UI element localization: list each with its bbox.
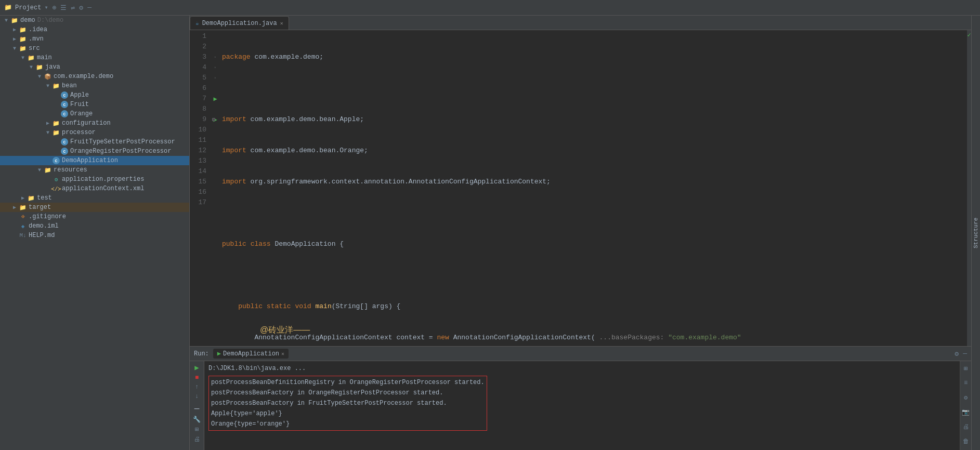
run-sidebar: ▶ ■ ↑ ↓ — 🔧 ⊞ 🖨: [190, 361, 204, 450]
tree-item-fruittype[interactable]: C FruitTypeSetterPostProcessor: [0, 137, 189, 147]
side-icon-3[interactable]: ⚙: [964, 392, 968, 403]
line-numbers: 1 2 3 4 5 6 7 8 9 10 11 12 13 14 15 16 1…: [190, 30, 211, 346]
folder-icon: 📁: [27, 54, 35, 62]
output-line-2: postProcessBeanFactory in OrangeRegister…: [211, 388, 485, 398]
code-editor[interactable]: package com.example.demo; import com.exa…: [220, 30, 967, 346]
side-icon-5[interactable]: 🖨: [963, 421, 969, 432]
play-button[interactable]: ▶: [194, 363, 199, 372]
tree-item-orange[interactable]: C Orange: [0, 109, 189, 118]
structure-label: Structure: [971, 16, 980, 450]
scroll-up-button[interactable]: ↑: [195, 383, 199, 391]
tree-item-src[interactable]: ▼ 📁 src: [0, 44, 189, 53]
editor-content[interactable]: 1 2 3 4 5 6 7 8 9 10 11 12 13 14 15 16 1…: [190, 30, 971, 346]
code-line-6: [220, 208, 967, 218]
sync-icon[interactable]: ⇌: [71, 4, 75, 12]
expand-arrow: ▼: [10, 46, 19, 51]
code-line-3: import com.example.demo.bean.Apple;: [220, 114, 967, 125]
run-label: Run:: [194, 350, 209, 358]
tab-close-button[interactable]: ✕: [280, 20, 283, 27]
editor-tab-demoapplication[interactable]: ☕ DemoApplication.java ✕: [190, 16, 289, 30]
expand-arrow: ▶: [10, 27, 19, 33]
class-icon: C: [60, 147, 69, 155]
tree-label: DemoApplication: [62, 157, 118, 164]
output-line-4: Apple{type='apple'}: [211, 408, 485, 419]
tree-label: HELP.md: [29, 232, 55, 239]
tree-label: com.example.demo: [54, 73, 113, 80]
run-tab-label: DemoApplication: [223, 350, 279, 358]
tree-item-processor[interactable]: ▼ 📁 processor: [0, 128, 189, 137]
fold-markers: ◦ ◦ ◦ ▶ ▶: [211, 30, 220, 346]
expand-arrow: ▼: [44, 130, 52, 136]
code-line-2: [220, 83, 967, 94]
tree-item-gitignore[interactable]: ⎆ .gitignore: [0, 212, 189, 221]
class-icon: C: [60, 138, 69, 146]
tree-label: src: [29, 45, 40, 52]
tree-item-test[interactable]: ▶ 📁 test: [0, 193, 189, 203]
tree-item-demoixml[interactable]: ◈ demo.iml: [0, 221, 189, 231]
code-line-9: public static void main(String[] args) {: [220, 301, 967, 312]
tree-label: demo: [20, 17, 35, 24]
side-icon-1[interactable]: ⊞: [964, 363, 968, 374]
tree-item-com[interactable]: ▼ 📦 com.example.demo: [0, 72, 189, 81]
tree-item-fruit[interactable]: C Fruit: [0, 100, 189, 109]
tree-item-target[interactable]: ▶ 📁 target: [0, 203, 189, 212]
class-icon: C: [60, 91, 69, 99]
tree-item-appprops[interactable]: ⚙ application.properties: [0, 175, 189, 184]
tree-item-idea[interactable]: ▶ 📁 .idea: [0, 25, 189, 34]
bottom-content: ▶ ■ ↑ ↓ — 🔧 ⊞ 🖨 D:\JDK1.8\bin\java.exe .…: [190, 361, 971, 450]
tree-item-bean[interactable]: ▼ 📁 bean: [0, 81, 189, 90]
tree-item-demo[interactable]: ▼ 📁 demo D:\demo: [0, 16, 189, 25]
tree-item-demoapplication[interactable]: C DemoApplication: [0, 156, 189, 165]
folder-icon: 📁: [44, 166, 52, 174]
print-icon[interactable]: 🖨: [194, 435, 200, 443]
filter-icon[interactable]: ⊞: [195, 426, 199, 433]
minimize-icon[interactable]: —: [963, 350, 967, 358]
layout-icon[interactable]: ⊕: [53, 4, 57, 12]
minimize-icon[interactable]: —: [87, 4, 92, 12]
tree-item-configuration[interactable]: ▶ 📁 configuration: [0, 118, 189, 128]
tree-item-resources[interactable]: ▼ 📁 resources: [0, 165, 189, 175]
divider: —: [194, 404, 200, 414]
console-output: postProcessBeanDefinitionRegistry in Ora…: [208, 376, 487, 431]
run-label-text: Run:: [194, 350, 209, 358]
side-icon-2[interactable]: ≡: [964, 378, 968, 388]
expand-arrow: ▼: [35, 167, 44, 173]
class-icon: C: [60, 100, 69, 109]
code-line-7: public class DemoApplication {: [220, 239, 967, 249]
tree-item-helpmd[interactable]: M↓ HELP.md: [0, 231, 189, 240]
expand-arrow: ▶: [10, 36, 19, 42]
bottom-panel-header: Run: ▶ DemoApplication ✕ ⚙ —: [190, 347, 971, 361]
wrench-icon[interactable]: 🔧: [193, 416, 201, 423]
props-icon: ⚙: [52, 175, 60, 183]
side-icon-6[interactable]: 🗑: [963, 436, 969, 446]
tree-label: main: [37, 54, 52, 61]
settings-icon[interactable]: ⚙: [79, 4, 83, 12]
dropdown-arrow-icon[interactable]: ▾: [44, 4, 48, 11]
folder-icon: 📁: [19, 35, 27, 43]
tree-item-appcontext[interactable]: ≺/≻ applicationContext.xml: [0, 184, 189, 193]
run-tab-close-button[interactable]: ✕: [281, 351, 284, 357]
check-mark-icon: ✓: [967, 31, 971, 39]
tree-label: FruitTypeSetterPostProcessor: [70, 138, 175, 145]
title-bar-left: 📁 Project ▾: [4, 4, 48, 11]
side-icon-4[interactable]: 📷: [962, 407, 970, 417]
xml-icon: ≺/≻: [52, 184, 60, 193]
tree-label: java: [45, 63, 60, 71]
run-tab[interactable]: ▶ DemoApplication ✕: [213, 349, 289, 359]
tree-label: OrangeRegisterPostProcessor: [70, 148, 171, 155]
stop-button[interactable]: ■: [195, 374, 199, 381]
tree-item-main[interactable]: ▼ 📁 main: [0, 53, 189, 62]
tree-label: resources: [54, 166, 87, 174]
tree-item-orange-register[interactable]: C OrangeRegisterPostProcessor: [0, 147, 189, 156]
tree-item-mvn[interactable]: ▶ 📁 .mvn: [0, 34, 189, 44]
project-icon: 📁: [4, 4, 12, 11]
output-line-5: Orange{type='orange'}: [211, 419, 485, 429]
list-icon[interactable]: ☰: [60, 4, 67, 12]
settings-icon[interactable]: ⚙: [955, 350, 959, 358]
tree-label: demo.iml: [29, 222, 59, 230]
scroll-down-button[interactable]: ↓: [195, 393, 199, 400]
iml-icon: ◈: [19, 222, 27, 230]
tree-item-apple[interactable]: C Apple: [0, 90, 189, 100]
side-icons: ⊞ ≡ ⚙ 📷 🖨 🗑: [960, 361, 971, 450]
tree-item-java[interactable]: ▼ 📁 java: [0, 62, 189, 72]
